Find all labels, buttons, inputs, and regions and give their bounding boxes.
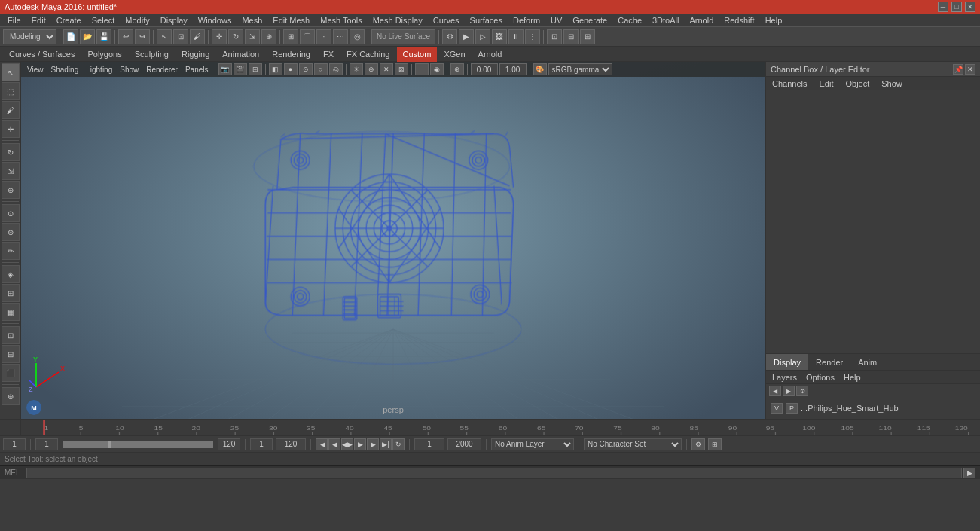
menu-edit[interactable]: Edit	[27, 15, 50, 26]
vp-menu-show[interactable]: Show	[117, 66, 142, 74]
extra-bottom-btn[interactable]: ⊞	[708, 438, 722, 450]
menu-deform[interactable]: Deform	[508, 15, 545, 26]
layer-visibility-toggle[interactable]: V	[771, 403, 783, 414]
rotate-tool-button[interactable]: ↻	[228, 29, 243, 44]
play-back-button[interactable]: ◀▶	[341, 438, 353, 450]
paint-select-left[interactable]: 🖌	[2, 101, 20, 119]
soft-mod-left[interactable]: ⊙	[2, 204, 20, 222]
scale-tool-left[interactable]: ⇲	[2, 162, 20, 180]
step-back-button[interactable]: ◀	[328, 438, 340, 450]
paint-select-button[interactable]: 🖌	[190, 29, 205, 44]
menu-modify[interactable]: Modify	[121, 15, 154, 26]
render-settings-button[interactable]: ⚙	[442, 29, 457, 44]
options-menu[interactable]: Options	[803, 372, 838, 383]
select-tool-left[interactable]: ↖	[2, 63, 20, 81]
rp-edit-menu[interactable]: Edit	[813, 77, 839, 90]
close-button[interactable]: ✕	[965, 2, 975, 12]
go-to-end-button[interactable]: ▶|	[380, 438, 392, 450]
viewport[interactable]: View Shading Lighting Show Renderer Pane…	[21, 62, 765, 419]
ipr-render-button[interactable]: ▷	[475, 29, 490, 44]
range-end-input[interactable]	[276, 438, 306, 450]
shelf-arnold-shelf[interactable]: Arnold	[472, 47, 508, 62]
extra-left-3[interactable]: ⬛	[2, 364, 20, 382]
menu-mesh-tools[interactable]: Mesh Tools	[316, 15, 366, 26]
rp-channels-menu[interactable]: Channels	[766, 77, 813, 90]
vp-menu-panels[interactable]: Panels	[182, 66, 212, 74]
workspace-dropdown[interactable]: Modeling	[3, 29, 56, 44]
menu-cache[interactable]: Cache	[613, 15, 646, 26]
right-toolbar-btn3[interactable]: ⊞	[580, 29, 595, 44]
snap-point-button[interactable]: ·	[316, 29, 331, 44]
character-dropdown[interactable]: No Character Set	[584, 438, 682, 450]
save-file-button[interactable]: 💾	[96, 29, 111, 44]
snap-grid-button[interactable]: ⊞	[283, 29, 298, 44]
shelf-animation[interactable]: Animation	[216, 47, 265, 62]
menu-create[interactable]: Create	[52, 15, 86, 26]
start-frame-input[interactable]	[35, 438, 58, 450]
shelf-fx[interactable]: FX	[317, 47, 340, 62]
anim-tab[interactable]: Anim	[850, 354, 884, 370]
rotate-tool-left[interactable]: ↻	[2, 143, 20, 161]
vp-menu-view[interactable]: View	[24, 66, 47, 74]
menu-select[interactable]: Select	[87, 15, 120, 26]
shelf-fx-caching[interactable]: FX Caching	[340, 47, 395, 62]
current-frame-input[interactable]	[3, 438, 26, 450]
shelf-polygons[interactable]: Polygons	[81, 47, 127, 62]
anim-layer-dropdown[interactable]: No Anim Layer	[491, 438, 574, 450]
vp-light-2[interactable]: ⊕	[365, 63, 378, 75]
pause-button[interactable]: ⏸	[508, 29, 524, 44]
select-tool-button[interactable]: ↖	[157, 29, 172, 44]
vp-light-1[interactable]: ☀	[350, 63, 363, 75]
vp-camera-btn[interactable]: 📷	[218, 63, 232, 75]
vp-extra-2[interactable]: ⊠	[395, 63, 408, 75]
menu-mesh-display[interactable]: Mesh Display	[368, 15, 427, 26]
vp-colorspace-dropdown[interactable]: sRGB gamma	[548, 63, 612, 75]
menu-windows[interactable]: Windows	[194, 15, 237, 26]
right-toolbar-btn1[interactable]: ⊡	[547, 29, 562, 44]
rp-show-menu[interactable]: Show	[875, 77, 908, 90]
vp-grid-btn[interactable]: ⊞	[249, 63, 262, 75]
vp-shade-2[interactable]: ●	[284, 63, 298, 75]
move-tool-button[interactable]: ✛	[212, 29, 227, 44]
preference-button[interactable]: ⚙	[691, 438, 705, 450]
vp-input-near[interactable]: 0.00	[471, 63, 498, 75]
max-time-input[interactable]	[447, 438, 481, 450]
vp-extra-4[interactable]: ◉	[430, 63, 444, 75]
snap-curve-button[interactable]: ⌒	[300, 29, 315, 44]
menu-generate[interactable]: Generate	[568, 15, 612, 26]
rp-close-button[interactable]: ✕	[965, 64, 975, 75]
range-bar[interactable]	[63, 441, 213, 448]
vp-film-btn[interactable]: 🎬	[234, 63, 247, 75]
extra-left-4[interactable]: ⊕	[2, 387, 20, 405]
end-frame-input[interactable]	[218, 438, 240, 450]
vp-shade-3[interactable]: ⊙	[299, 63, 313, 75]
paint-left[interactable]: ✏	[2, 242, 20, 260]
rp-object-menu[interactable]: Object	[839, 77, 875, 90]
menu-uv[interactable]: UV	[546, 15, 566, 26]
new-file-button[interactable]: 📄	[63, 29, 78, 44]
mel-input[interactable]	[26, 468, 962, 478]
shelf-rendering[interactable]: Rendering	[266, 47, 316, 62]
shelf-sculpting[interactable]: Sculpting	[129, 47, 175, 62]
vp-extra-3[interactable]: ⋯	[415, 63, 429, 75]
go-to-start-button[interactable]: |◀	[316, 438, 328, 450]
layer-playback-toggle[interactable]: P	[786, 403, 798, 414]
vp-input-far[interactable]: 1.00	[499, 63, 527, 75]
display-tab[interactable]: Display	[766, 354, 808, 370]
range-start-input[interactable]	[250, 438, 273, 450]
right-toolbar-btn2[interactable]: ⊟	[563, 29, 579, 44]
menu-curves[interactable]: Curves	[429, 15, 464, 26]
render-tab[interactable]: Render	[808, 354, 850, 370]
range-handle[interactable]	[108, 441, 111, 448]
menu-surfaces[interactable]: Surfaces	[466, 15, 507, 26]
universal-left[interactable]: ⊕	[2, 181, 20, 199]
move-tool-left[interactable]: ✛	[2, 120, 20, 138]
layer-next-button[interactable]: ▶	[783, 386, 795, 396]
lasso-tool-left[interactable]: ⬚	[2, 82, 20, 100]
sculpt-left[interactable]: ⊛	[2, 223, 20, 241]
shelf-curves-surfaces[interactable]: Curves / Surfaces	[3, 47, 81, 62]
menu-redshift[interactable]: Redshift	[719, 15, 759, 26]
vp-extra-1[interactable]: ✕	[380, 63, 393, 75]
menu-file[interactable]: File	[3, 15, 26, 26]
layer-prev-button[interactable]: ◀	[769, 386, 781, 396]
